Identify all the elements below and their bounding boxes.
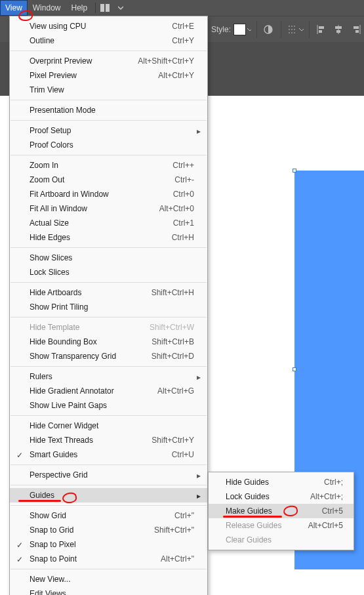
menu-separator [10,155,207,155]
menubar-separator [95,3,96,13]
menu-perspective-grid[interactable]: Perspective Grid▸ [10,468,207,482]
guides-submenu: Hide GuidesCtrl+; Lock GuidesAlt+Ctrl+; … [208,472,354,550]
menu-zoom-in[interactable]: Zoom InCtrl++ [10,158,207,173]
menu-proof-colors[interactable]: Proof Colors [10,138,207,152]
annotation-make-guides-underline [223,516,282,518]
menu-edit-views[interactable]: Edit Views... [10,586,207,595]
menu-hide-artboards[interactable]: Hide ArtboardsShift+Ctrl+H [10,285,207,300]
svg-rect-0 [100,4,104,12]
menu-fit-all[interactable]: Fit All in WindowAlt+Ctrl+0 [10,201,207,216]
optionsbar-sep [281,21,281,38]
svg-rect-8 [319,30,322,33]
menu-separator [10,415,207,416]
menu-hide-guides[interactable]: Hide GuidesCtrl+; [209,475,354,489]
svg-rect-10 [335,26,342,29]
align-options-icon[interactable] [285,21,300,38]
menu-trim-view[interactable]: Trim View [10,83,207,97]
menu-separator [10,464,207,465]
menu-hide-corner-widget[interactable]: Hide Corner Widget [10,419,207,433]
menu-separator [10,282,207,283]
menu-separator [10,247,207,248]
align-left-icon[interactable] [313,21,328,38]
chevron-right-icon: ▸ [197,471,201,480]
menu-outline[interactable]: OutlineCtrl+Y [10,33,207,48]
menu-lock-guides[interactable]: Lock GuidesAlt+Ctrl+; [209,489,354,504]
menu-proof-setup[interactable]: Proof Setup▸ [10,123,207,138]
arrange-documents-icon[interactable] [98,1,111,14]
align-center-icon[interactable] [332,21,346,38]
optionsbar-sep [256,21,257,38]
menu-presentation-mode[interactable]: Presentation Mode [10,103,207,117]
menu-overprint-preview[interactable]: Overprint PreviewAlt+Shift+Ctrl+Y [10,54,207,68]
menu-hide-bounding-box[interactable]: Hide Bounding BoxShift+Ctrl+B [10,335,207,349]
optionsbar-sep [309,21,310,38]
menu-window[interactable]: Window [28,0,66,16]
menu-show-transparency-grid[interactable]: Show Transparency GridShift+Ctrl+D [10,349,207,363]
svg-rect-13 [354,26,359,29]
menu-hide-text-threads[interactable]: Hide Text ThreadsShift+Ctrl+Y [10,433,207,447]
check-icon: ✓ [16,555,23,564]
menu-rulers[interactable]: Rulers▸ [10,369,207,384]
style-label: Style: [211,25,231,34]
menu-hide-template: Hide TemplateShift+Ctrl+W [10,320,207,335]
menu-release-guides: Release GuidesAlt+Ctrl+5 [209,518,354,533]
menu-snap-to-point[interactable]: ✓Snap to PointAlt+Ctrl+" [10,552,207,566]
menu-separator [10,569,207,569]
menu-help[interactable]: Help [66,0,92,16]
check-icon: ✓ [16,541,23,550]
menu-clear-guides: Clear Guides [209,533,354,547]
menu-show-live-paint-gaps[interactable]: Show Live Paint Gaps [10,398,207,413]
style-swatch[interactable] [233,24,246,35]
menu-show-slices[interactable]: Show Slices [10,251,207,265]
menu-separator [10,100,207,100]
svg-rect-7 [319,26,324,29]
menu-zoom-out[interactable]: Zoom OutCtrl+- [10,173,207,187]
menu-fit-artboard[interactable]: Fit Artboard in WindowCtrl+0 [10,187,207,201]
menu-show-grid[interactable]: Show GridCtrl+" [10,508,207,523]
menubar: View Window Help [0,0,364,16]
chevron-right-icon: ▸ [197,127,201,136]
menu-separator [10,120,207,121]
menu-snap-to-pixel[interactable]: ✓Snap to Pixel [10,537,207,552]
menu-smart-guides[interactable]: ✓Smart GuidesCtrl+U [10,447,207,462]
menu-show-print-tiling[interactable]: Show Print Tiling [10,300,207,314]
menu-snap-to-grid[interactable]: Snap to GridShift+Ctrl+" [10,523,207,537]
menu-pixel-preview[interactable]: Pixel PreviewAlt+Ctrl+Y [10,68,207,83]
menu-separator [10,485,207,485]
menu-separator [10,366,207,367]
svg-rect-1 [106,4,110,12]
check-icon: ✓ [16,451,23,460]
svg-rect-11 [336,30,340,33]
menu-new-view[interactable]: New View... [10,572,207,586]
selection-handle[interactable] [293,169,296,173]
menu-separator [10,51,207,51]
view-menu-dropdown: View using CPUCtrl+E OutlineCtrl+Y Overp… [9,16,208,595]
chevron-right-icon: ▸ [197,491,201,501]
chevron-right-icon: ▸ [197,373,201,382]
menu-actual-size[interactable]: Actual SizeCtrl+1 [10,216,207,230]
menu-separator [10,317,207,318]
menu-lock-slices[interactable]: Lock Slices [10,265,207,279]
menu-hide-gradient-annotator[interactable]: Hide Gradient AnnotatorAlt+Ctrl+G [10,384,207,398]
selection-handle[interactable] [293,367,296,371]
svg-rect-14 [355,30,359,33]
align-right-icon[interactable] [350,21,364,38]
menu-hide-edges[interactable]: Hide EdgesCtrl+H [10,230,207,245]
menu-view-cpu[interactable]: View using CPUCtrl+E [10,19,207,33]
dropdown-caret-icon[interactable] [114,1,127,14]
annotation-guides-underline [18,500,61,502]
menu-separator [10,505,207,506]
opacity-icon[interactable] [261,21,275,38]
